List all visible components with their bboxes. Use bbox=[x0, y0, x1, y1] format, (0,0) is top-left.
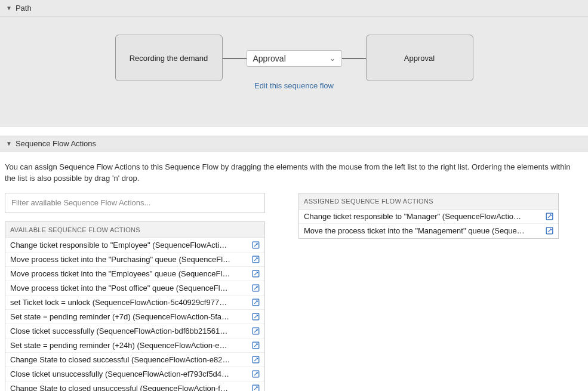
available-list-panel: AVAILABLE SEQUENCE FLOW ACTIONS Change t… bbox=[5, 221, 265, 391]
available-list[interactable]: Change ticket responsible to "Employee" … bbox=[5, 238, 264, 391]
path-panel-body: Recording the demand Approval ⌄ Edit thi… bbox=[0, 17, 588, 127]
available-list-header: AVAILABLE SEQUENCE FLOW ACTIONS bbox=[5, 222, 264, 238]
assigned-action-row-label: Move the process ticket into the "Manage… bbox=[304, 226, 525, 235]
edit-icon[interactable] bbox=[546, 213, 553, 220]
edit-icon[interactable] bbox=[252, 370, 260, 378]
chevron-down-icon: ⌄ bbox=[330, 54, 335, 63]
available-action-row-label: Change State to closed successful (Seque… bbox=[10, 355, 231, 364]
actions-panel-header[interactable]: ▼ Sequence Flow Actions bbox=[0, 136, 588, 152]
edit-icon[interactable] bbox=[546, 227, 553, 235]
actions-panel-body: You can assign Sequence Flow Actions to … bbox=[0, 152, 588, 391]
assigned-list[interactable]: Change ticket responsible to "Manager" (… bbox=[299, 210, 558, 238]
path-panel-title: Path bbox=[16, 4, 32, 13]
edit-icon[interactable] bbox=[252, 341, 260, 349]
assigned-action-row[interactable]: Change ticket responsible to "Manager" (… bbox=[299, 210, 558, 224]
flow-connector-line bbox=[223, 58, 247, 59]
flow-connector-line bbox=[342, 58, 366, 59]
edit-icon[interactable] bbox=[252, 255, 260, 263]
edit-icon[interactable] bbox=[252, 270, 260, 278]
actions-instruction: You can assign Sequence Flow Actions to … bbox=[5, 162, 583, 184]
available-action-row-label: Move process ticket into the "Post offic… bbox=[10, 284, 231, 293]
available-action-row[interactable]: Move process ticket into the "Post offic… bbox=[5, 281, 264, 295]
available-action-row[interactable]: Change State to closed successful (Seque… bbox=[5, 353, 264, 367]
available-action-row-label: Move process ticket into the "Purchasing… bbox=[10, 255, 231, 264]
available-action-row[interactable]: Change ticket responsible to "Employee" … bbox=[5, 238, 264, 253]
available-action-row[interactable]: Close ticket unsuccessfully (SequenceFlo… bbox=[5, 367, 264, 381]
flow-start-box[interactable]: Recording the demand bbox=[115, 35, 223, 81]
assigned-list-header: ASSIGNED SEQUENCE FLOW ACTIONS bbox=[299, 193, 558, 210]
assigned-list-panel: ASSIGNED SEQUENCE FLOW ACTIONS Change ti… bbox=[298, 193, 559, 239]
sequence-flow-select[interactable]: Approval ⌄ bbox=[247, 50, 342, 67]
actions-two-col: AVAILABLE SEQUENCE FLOW ACTIONS Change t… bbox=[5, 193, 583, 391]
assigned-col: ASSIGNED SEQUENCE FLOW ACTIONS Change ti… bbox=[298, 193, 559, 239]
edit-icon[interactable] bbox=[252, 327, 260, 335]
filter-input[interactable] bbox=[5, 193, 265, 213]
flow-end-label: Approval bbox=[404, 54, 435, 63]
sequence-flow-select-value: Approval bbox=[253, 54, 286, 63]
available-action-row[interactable]: Set state = pending reminder (+24h) (Seq… bbox=[5, 338, 264, 353]
available-action-row[interactable]: Move process ticket into the "Purchasing… bbox=[5, 253, 264, 267]
available-action-row-label: Change State to closed unsuccessful (Seq… bbox=[10, 384, 231, 391]
caret-down-icon: ▼ bbox=[6, 5, 12, 11]
available-action-row-label: Close ticket successfully (SequenceFlowA… bbox=[10, 327, 231, 335]
edit-icon[interactable] bbox=[252, 313, 260, 321]
caret-down-icon: ▼ bbox=[6, 140, 12, 147]
edit-sequence-flow-link[interactable]: Edit this sequence flow bbox=[254, 81, 334, 90]
available-action-row[interactable]: Change State to closed unsuccessful (Seq… bbox=[5, 381, 264, 391]
available-action-row-label: Set state = pending reminder (+7d) (Sequ… bbox=[10, 312, 231, 321]
edit-icon[interactable] bbox=[252, 384, 260, 391]
edit-icon[interactable] bbox=[252, 356, 260, 364]
flow-row: Recording the demand Approval ⌄ Edit thi… bbox=[6, 35, 582, 90]
available-action-row-label: Move process ticket into the "Employees"… bbox=[10, 269, 231, 278]
flow-start-label: Recording the demand bbox=[130, 54, 208, 63]
available-action-row[interactable]: Close ticket successfully (SequenceFlowA… bbox=[5, 324, 264, 338]
available-action-row[interactable]: Set state = pending reminder (+7d) (Sequ… bbox=[5, 310, 264, 324]
flow-end-box[interactable]: Approval bbox=[366, 35, 473, 81]
available-action-row[interactable]: set Ticket lock = unlock (SequenceFlowAc… bbox=[5, 295, 264, 310]
assigned-action-row[interactable]: Move the process ticket into the "Manage… bbox=[299, 224, 558, 238]
path-panel-header[interactable]: ▼ Path bbox=[0, 0, 588, 17]
available-action-row-label: Change ticket responsible to "Employee" … bbox=[10, 241, 231, 250]
edit-icon[interactable] bbox=[252, 298, 260, 306]
available-col: AVAILABLE SEQUENCE FLOW ACTIONS Change t… bbox=[5, 193, 265, 391]
available-action-row-label: set Ticket lock = unlock (SequenceFlowAc… bbox=[10, 298, 231, 307]
edit-icon[interactable] bbox=[252, 241, 260, 249]
assigned-action-row-label: Change ticket responsible to "Manager" (… bbox=[304, 212, 525, 221]
actions-panel-title: Sequence Flow Actions bbox=[16, 139, 96, 148]
available-action-row-label: Set state = pending reminder (+24h) (Seq… bbox=[10, 341, 231, 350]
flow-select-wrap: Approval ⌄ Edit this sequence flow bbox=[247, 50, 342, 90]
available-action-row-label: Close ticket unsuccessfully (SequenceFlo… bbox=[10, 370, 231, 378]
edit-icon[interactable] bbox=[252, 284, 260, 292]
available-action-row[interactable]: Move process ticket into the "Employees"… bbox=[5, 267, 264, 281]
